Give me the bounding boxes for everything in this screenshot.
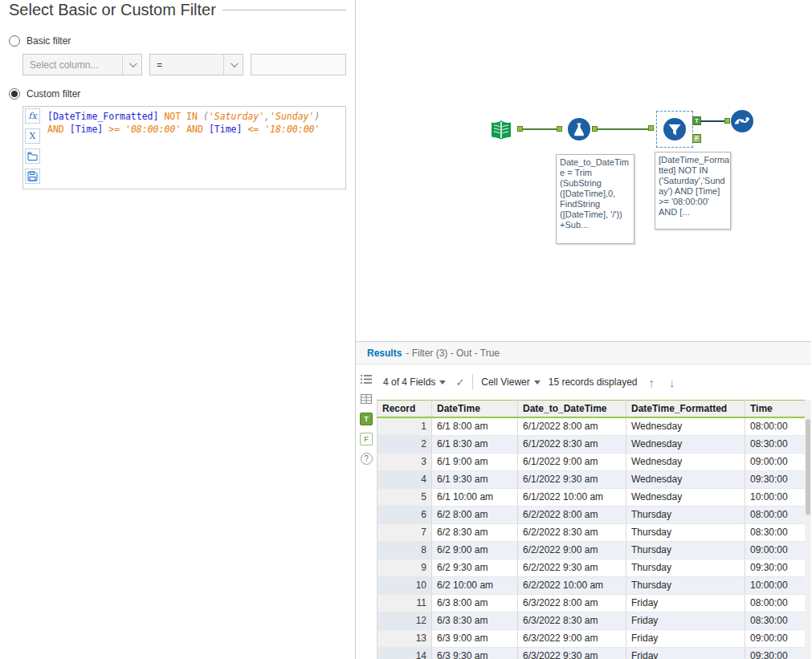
data-cell[interactable]: 6/1 10:00 am xyxy=(432,488,518,506)
table-row[interactable]: 46/1 9:30 am6/1/2022 9:30 amWednesday09:… xyxy=(377,470,806,488)
table-row[interactable]: 66/2 8:00 am6/2/2022 8:00 amThursday08:0… xyxy=(377,506,806,523)
record-number-cell[interactable]: 14 xyxy=(377,647,432,659)
record-number-cell[interactable]: 10 xyxy=(377,576,432,594)
data-cell[interactable]: Friday xyxy=(626,594,745,612)
data-cell[interactable]: 6/1/2022 8:00 am xyxy=(518,417,626,435)
record-number-cell[interactable]: 5 xyxy=(377,488,432,506)
data-cell[interactable]: Friday xyxy=(626,647,745,659)
record-number-cell[interactable]: 9 xyxy=(377,559,432,576)
output-anchor[interactable] xyxy=(592,126,598,132)
table-row[interactable]: 116/3 8:00 am6/3/2022 8:00 amFriday08:00… xyxy=(377,594,806,612)
table-row[interactable]: 126/3 8:30 am6/3/2022 8:30 amFriday08:30… xyxy=(377,612,806,629)
data-cell[interactable]: 6/2/2022 8:30 am xyxy=(518,523,626,541)
data-cell[interactable]: 09:00:00 xyxy=(745,453,806,470)
data-cell[interactable]: 6/3/2022 8:00 am xyxy=(518,594,626,612)
data-cell[interactable]: 6/3/2022 8:30 am xyxy=(518,612,626,629)
column-header[interactable]: Record xyxy=(377,401,432,418)
data-cell[interactable]: 6/1/2022 9:00 am xyxy=(518,453,626,470)
table-row[interactable]: 146/3 9:30 am6/3/2022 9:30 amFriday09:30… xyxy=(377,647,806,659)
chevron-down-icon[interactable] xyxy=(122,55,141,75)
save-icon[interactable] xyxy=(25,169,40,184)
vertical-scrollbar[interactable] xyxy=(805,400,811,659)
data-cell[interactable]: Friday xyxy=(626,612,745,629)
data-cell[interactable]: 6/3 9:00 am xyxy=(432,629,518,647)
record-number-cell[interactable]: 12 xyxy=(377,612,432,629)
fields-dropdown[interactable]: 4 of 4 Fields xyxy=(383,376,446,388)
table-row[interactable]: 96/2 9:30 am6/2/2022 9:30 amThursday09:3… xyxy=(377,559,806,576)
record-number-cell[interactable]: 2 xyxy=(377,435,432,453)
data-cell[interactable]: 6/2/2022 9:00 am xyxy=(518,541,626,559)
record-number-cell[interactable]: 7 xyxy=(377,523,432,541)
data-cell[interactable]: Wednesday xyxy=(626,488,745,506)
data-cell[interactable]: 6/1 8:00 am xyxy=(432,417,518,435)
chevron-down-icon[interactable] xyxy=(223,55,243,75)
filter-tool[interactable] xyxy=(663,117,687,141)
record-number-cell[interactable]: 4 xyxy=(377,470,432,488)
data-cell[interactable]: 08:30:00 xyxy=(745,523,806,541)
data-cell[interactable]: 6/2/2022 8:00 am xyxy=(518,506,626,523)
connection-filter-browse[interactable] xyxy=(701,120,726,122)
data-cell[interactable]: 6/2/2022 9:30 am xyxy=(518,559,626,576)
table-row[interactable]: 26/1 8:30 am6/1/2022 8:30 amWednesday08:… xyxy=(377,435,806,453)
data-cell[interactable]: 6/2 9:30 am xyxy=(432,559,518,576)
column-header[interactable]: Time xyxy=(745,401,806,418)
data-cell[interactable]: 08:00:00 xyxy=(745,594,806,612)
tool-annotation[interactable]: Date_to_DateTim e = Trim (SubString ([Da… xyxy=(556,154,635,244)
data-cell[interactable]: Thursday xyxy=(626,523,745,541)
folder-open-icon[interactable] xyxy=(25,148,40,164)
data-cell[interactable]: 10:00:00 xyxy=(745,488,806,506)
table-row[interactable]: 16/1 8:00 am6/1/2022 8:00 amWednesday08:… xyxy=(377,417,806,435)
data-cell[interactable]: 6/3/2022 9:30 am xyxy=(518,647,626,659)
data-cell[interactable]: 6/1/2022 10:00 am xyxy=(518,488,626,506)
data-cell[interactable]: 09:30:00 xyxy=(745,470,806,488)
data-cell[interactable]: Thursday xyxy=(626,576,745,594)
data-cell[interactable]: 6/2 10:00 am xyxy=(432,576,518,594)
connection-input-formula[interactable] xyxy=(523,128,558,130)
column-header[interactable]: DateTime_Formatted xyxy=(626,401,745,418)
data-cell[interactable]: 10:00:00 xyxy=(745,576,806,594)
input-anchor[interactable] xyxy=(724,118,730,124)
data-cell[interactable]: Thursday xyxy=(626,506,745,523)
expression-text[interactable]: [DateTime_Formatted] NOT IN ('Saturday',… xyxy=(43,107,345,189)
data-cell[interactable]: 6/3/2022 9:00 am xyxy=(518,629,626,647)
data-cell[interactable]: Wednesday xyxy=(626,470,745,488)
data-cell[interactable]: 09:30:00 xyxy=(745,647,806,659)
data-cell[interactable]: 6/2/2022 10:00 am xyxy=(518,576,626,594)
operator-select[interactable]: = xyxy=(149,54,243,75)
table-row[interactable]: 136/3 9:00 am6/3/2022 9:00 amFriday09:00… xyxy=(377,629,806,647)
column-header[interactable]: DateTime xyxy=(432,401,518,418)
data-cell[interactable]: Friday xyxy=(626,629,745,647)
table-row[interactable]: 56/1 10:00 am6/1/2022 10:00 amWednesday1… xyxy=(377,488,806,506)
apply-check-icon[interactable]: ✓ xyxy=(455,376,464,388)
metadata-list-icon[interactable] xyxy=(360,372,373,385)
data-cell[interactable]: Wednesday xyxy=(626,453,745,470)
data-grid-icon[interactable] xyxy=(360,393,373,405)
column-select[interactable]: Select column... xyxy=(22,54,142,75)
workflow-canvas[interactable]: T F Date_to_DateTim e = Trim (SubString … xyxy=(356,0,811,341)
record-number-cell[interactable]: 3 xyxy=(377,453,432,470)
output-anchor[interactable] xyxy=(517,126,523,132)
variables-x-icon[interactable]: X xyxy=(25,128,40,144)
data-cell[interactable]: 6/1 9:30 am xyxy=(432,470,518,488)
help-icon[interactable]: ? xyxy=(361,453,373,465)
data-cell[interactable]: 08:30:00 xyxy=(745,612,806,629)
input-anchor[interactable] xyxy=(557,126,562,132)
data-cell[interactable]: 6/2 9:00 am xyxy=(432,541,518,559)
scroll-up-icon[interactable]: ↑ xyxy=(645,376,658,389)
table-row[interactable]: 76/2 8:30 am6/2/2022 8:30 amThursday08:3… xyxy=(377,523,806,541)
tool-annotation[interactable]: [DateTime_Forma tted] NOT IN ('Saturday'… xyxy=(655,152,731,230)
record-number-cell[interactable]: 13 xyxy=(377,629,432,647)
filter-value-input[interactable] xyxy=(251,54,346,75)
data-cell[interactable]: Wednesday xyxy=(626,417,745,435)
scrollbar-thumb[interactable] xyxy=(806,419,810,515)
true-output-button[interactable]: T xyxy=(360,413,373,425)
data-cell[interactable]: 6/2 8:30 am xyxy=(432,523,518,541)
record-number-cell[interactable]: 1 xyxy=(377,417,432,435)
data-cell[interactable]: 09:30:00 xyxy=(745,559,806,576)
formula-tool[interactable] xyxy=(567,117,591,141)
data-cell[interactable]: 09:00:00 xyxy=(745,629,806,647)
data-cell[interactable]: 08:30:00 xyxy=(745,435,806,453)
table-row[interactable]: 86/2 9:00 am6/2/2022 9:00 amThursday09:0… xyxy=(377,541,806,559)
data-cell[interactable]: 08:00:00 xyxy=(745,417,806,435)
false-output-button[interactable]: F xyxy=(360,433,373,445)
